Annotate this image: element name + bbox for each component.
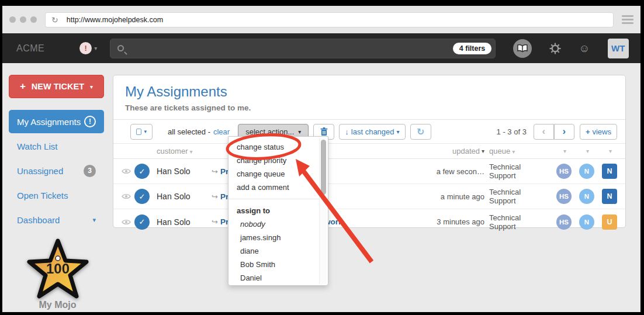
mojo-score-widget: 100 My Mojo	[2, 238, 113, 310]
open-book-icon	[517, 44, 528, 53]
svg-text:100: 100	[46, 261, 69, 276]
views-button[interactable]: + views	[580, 124, 617, 140]
column-header-queue[interactable]: queue▾	[489, 147, 549, 155]
select-all-dropdown[interactable]: ▾	[130, 124, 153, 140]
exclamation-badge: !	[84, 116, 96, 127]
views-label: views	[592, 127, 611, 136]
status-badge[interactable]: U	[602, 214, 617, 230]
forwarded-arrow-icon: ↪	[212, 167, 218, 176]
menu-item-add-comment[interactable]: add a comment	[228, 181, 328, 194]
watch-eye-icon[interactable]	[122, 193, 134, 199]
refresh-button[interactable]: ↻	[410, 124, 431, 140]
chevron-right-icon: ›	[563, 126, 566, 137]
caret-down-icon: ▾	[397, 129, 400, 135]
caret-down-icon: ▾	[144, 129, 147, 134]
selected-check-icon[interactable]: ✓	[134, 189, 150, 204]
url-text[interactable]: http://www.mojohelpdesk.com	[67, 16, 163, 24]
caret-down-icon: ▾	[298, 129, 301, 135]
menu-item-assign-diane[interactable]: diane	[228, 244, 328, 258]
forwarded-arrow-icon: ↪	[212, 217, 218, 226]
sidebar-item-label: Watch List	[17, 141, 57, 151]
previous-page-button[interactable]: ‹	[534, 124, 554, 140]
window-controls[interactable]	[9, 16, 37, 23]
refresh-icon: ↻	[417, 126, 424, 137]
search-input[interactable]: 4 filters	[110, 39, 496, 58]
column-header-customer[interactable]: customer▾	[157, 147, 209, 155]
sidebar-item-my-assignments[interactable]: My Assignments !	[9, 110, 104, 133]
knowledge-base-icon[interactable]	[513, 39, 532, 58]
selected-check-icon[interactable]: ✓	[134, 164, 150, 179]
assignee-badge[interactable]: HS	[556, 164, 572, 179]
user-avatar[interactable]: WT	[608, 39, 629, 58]
selection-status-text: all selected -	[168, 127, 210, 136]
assignee-badge[interactable]: HS	[556, 214, 572, 230]
browser-chrome: ↻ http://www.mojohelpdesk.com	[2, 6, 640, 33]
page-subtitle: These are tickets assigned to me.	[125, 103, 614, 112]
window-close-button[interactable]	[9, 16, 16, 23]
sidebar-item-label: Unassigned	[17, 166, 63, 176]
page-title: My Assignments	[125, 84, 614, 100]
watch-eye-icon[interactable]	[122, 168, 134, 174]
sidebar-item-dashboard[interactable]: Dashboard ▾	[9, 208, 104, 231]
alert-caret-icon[interactable]: ▾	[94, 45, 97, 51]
column-header-assignee[interactable]: ▾	[556, 148, 572, 154]
agent-badge[interactable]: N	[579, 189, 594, 204]
ticket-row[interactable]: ✓ Han Solo ↪ Pr a minute ago Technical S…	[113, 184, 625, 209]
filters-badge[interactable]: 4 filters	[453, 43, 491, 54]
plus-icon: +	[586, 127, 590, 136]
menu-item-assign-james-singh[interactable]: james.singh	[228, 231, 328, 244]
queue-name: Technical Support	[489, 188, 549, 205]
menu-item-assign-daniel[interactable]: Daniel	[228, 271, 328, 285]
assignee-badge[interactable]: HS	[556, 189, 572, 204]
ticket-row[interactable]: ✓ Han Solo ↪ Pr a few secon… Technical S…	[113, 159, 625, 184]
browser-menu-icon[interactable]	[622, 15, 633, 24]
window-zoom-button[interactable]	[30, 16, 37, 23]
clear-selection-link[interactable]: clear	[213, 127, 230, 136]
ticket-row[interactable]: ✓ Han Solo ↪ Pr work 3 minutes ago Techn…	[113, 209, 625, 234]
agent-badge[interactable]: N	[579, 214, 594, 230]
url-bar[interactable]: ↻ http://www.mojohelpdesk.com	[45, 12, 614, 27]
mojo-label: My Mojo	[2, 300, 113, 310]
sidebar-item-label: Dashboard	[17, 215, 60, 225]
column-header-updated[interactable]: updated▾	[426, 147, 484, 155]
sidebar-item-unassigned[interactable]: Unassigned 3	[9, 159, 104, 182]
window-minimize-button[interactable]	[20, 16, 26, 23]
sidebar-item-watch-list[interactable]: Watch List	[9, 134, 104, 158]
select-action-label: select action...	[245, 127, 294, 136]
agent-badge[interactable]: N	[579, 164, 594, 179]
new-ticket-label: NEW TICKET	[32, 82, 84, 91]
menu-item-change-status[interactable]: change status	[228, 140, 328, 154]
customer-name: Han Solo	[157, 167, 209, 176]
selected-check-icon[interactable]: ✓	[134, 214, 150, 230]
menu-item-change-priority[interactable]: change priority	[228, 154, 328, 167]
plus-icon: +	[20, 81, 26, 92]
watch-eye-icon[interactable]	[122, 219, 134, 225]
caret-down-icon: ▾	[609, 148, 612, 154]
menu-scrollbar[interactable]	[319, 138, 327, 284]
menu-item-assign-bob-smith[interactable]: Bob Smith	[228, 258, 328, 271]
menu-item-assign-nobody[interactable]: nobody	[228, 217, 328, 231]
list-toolbar: ▾ all selected - clear select action... …	[113, 120, 625, 143]
table-header-row: customer▾ updated▾ queue▾ ▾ ▾ ▾	[113, 143, 625, 159]
search-icon	[117, 45, 124, 51]
menu-scrollbar-thumb[interactable]	[321, 140, 326, 195]
browser-window: ↻ http://www.mojohelpdesk.com ACME ! ▾ 4…	[0, 0, 644, 315]
reload-icon[interactable]: ↻	[51, 16, 58, 24]
trash-icon	[320, 127, 328, 136]
alert-badge[interactable]: !	[79, 42, 92, 54]
next-page-button[interactable]: ›	[554, 124, 574, 140]
sidebar-item-open-tickets[interactable]: Open Tickets	[9, 184, 104, 207]
column-header-priority[interactable]: ▾	[602, 148, 617, 154]
feedback-smiley-icon[interactable]: ☺	[579, 43, 590, 54]
settings-gear-icon[interactable]	[549, 43, 561, 54]
caret-down-icon: ▾	[189, 148, 192, 155]
status-badge[interactable]: N	[602, 164, 617, 179]
sort-dropdown[interactable]: ↓ last changed ▾	[339, 124, 405, 140]
column-header-status[interactable]: ▾	[579, 148, 594, 154]
menu-header-assign-to: assign to	[228, 204, 328, 217]
status-badge[interactable]: N	[602, 189, 617, 204]
menu-item-change-queue[interactable]: change queue	[228, 167, 328, 181]
new-ticket-button[interactable]: + NEW TICKET ▾	[9, 75, 104, 98]
updated-time: 3 minutes ago	[426, 217, 484, 226]
queue-name: Technical Support	[489, 213, 549, 231]
